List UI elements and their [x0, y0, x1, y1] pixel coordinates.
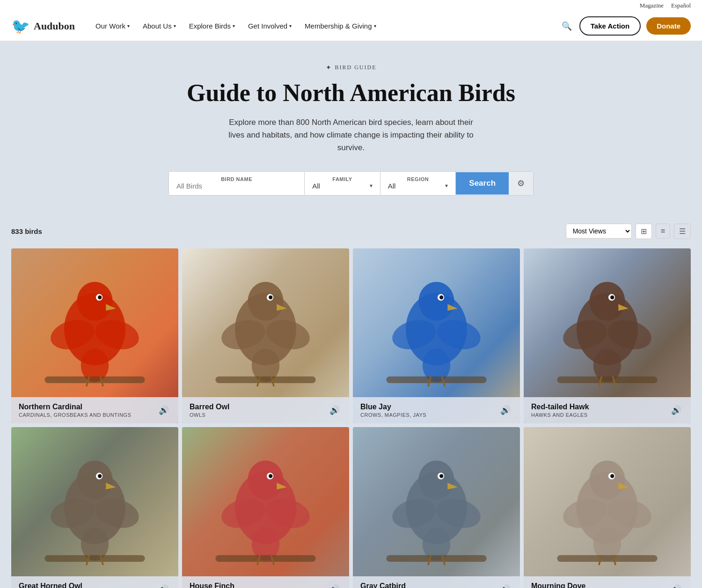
navigation: 🐦 Audubon Our Work ▾ About Us ▾ Explore … [0, 11, 702, 41]
family-chevron-icon: ▾ [370, 182, 373, 189]
logo-text: Audubon [34, 20, 75, 32]
sound-button[interactable]: 🔊 [328, 582, 342, 588]
magazine-link[interactable]: Magazine [640, 2, 664, 9]
bird-card-overlay: Red-tailed Hawk Hawks and Eagles 🔊 [524, 397, 691, 423]
bird-card-info: Gray Catbird Mockingbirds and Thrashers [360, 582, 452, 588]
svg-point-6 [98, 295, 102, 299]
bird-card[interactable]: Barred Owl Owls 🔊 [182, 248, 349, 424]
hero-section: ✦ BIRD GUIDE Guide to North American Bir… [0, 41, 702, 216]
nav-membership-giving[interactable]: Membership & Giving ▾ [299, 18, 381, 34]
bird-name-field-group: Bird Name [169, 172, 305, 195]
search-bar: Bird Name Family All ▾ Region All ▾ Sear… [168, 171, 534, 196]
view-list-button[interactable]: ≡ [656, 224, 670, 239]
top-bar: Magazine Español [0, 0, 702, 11]
nav-our-work[interactable]: Our Work ▾ [90, 18, 135, 34]
bird-card-info: Blue Jay Crows, Magpies, Jays [360, 403, 426, 418]
svg-rect-93 [557, 555, 657, 562]
nav-actions: 🔍 Take Action Donate [560, 16, 691, 36]
chevron-down-icon: ▾ [374, 23, 376, 29]
bird-card[interactable]: Gray Catbird Mockingbirds and Thrashers … [353, 427, 520, 588]
sound-button[interactable]: 🔊 [669, 403, 683, 417]
sound-button[interactable]: 🔊 [498, 403, 512, 417]
svg-rect-81 [386, 555, 486, 562]
sound-button[interactable]: 🔊 [157, 403, 171, 417]
svg-point-18 [269, 295, 272, 299]
bird-card-family: Hawks and Eagles [531, 412, 589, 418]
region-dropdown-row[interactable]: All ▾ [388, 182, 448, 190]
bird-card[interactable]: Northern Cardinal Cardinals, Grosbeaks a… [11, 248, 178, 424]
logo-bird-icon: 🐦 [11, 19, 30, 34]
view-compact-button[interactable]: ☰ [674, 224, 691, 239]
family-dropdown-row[interactable]: All ▾ [312, 182, 373, 190]
bird-card-info: Mourning Dove Pigeons and Doves [531, 582, 590, 588]
svg-rect-57 [44, 555, 145, 562]
svg-point-26 [418, 282, 454, 320]
bird-card-overlay: House Finch Finches 🔊 [182, 576, 349, 588]
hero-subtitle: Explore more than 800 North American bir… [225, 116, 477, 154]
filter-button[interactable]: ⚙ [509, 172, 533, 195]
grid-icon: ⊞ [641, 227, 647, 235]
svg-rect-45 [557, 376, 657, 383]
nav-get-involved[interactable]: Get Involved ▾ [242, 18, 297, 34]
bird-card-overlay: Gray Catbird Mockingbirds and Thrashers … [353, 576, 520, 588]
family-label: Family [312, 176, 373, 182]
svg-point-14 [248, 282, 283, 320]
bird-illustration [182, 427, 349, 588]
nav-explore-birds[interactable]: Explore Birds ▾ [183, 18, 241, 34]
region-value: All [388, 182, 396, 190]
bird-card[interactable]: Red-tailed Hawk Hawks and Eagles 🔊 [524, 248, 691, 424]
family-dropdown-group: Family All ▾ [305, 172, 380, 195]
bird-guide-label: ✦ BIRD GUIDE [11, 64, 691, 72]
sound-button[interactable]: 🔊 [157, 582, 171, 588]
sort-select[interactable]: Most Views A-Z Z-A Recently Added [566, 224, 632, 239]
bird-card-name: Red-tailed Hawk [531, 403, 589, 411]
search-button[interactable]: Search [456, 172, 509, 195]
bird-card[interactable]: Mourning Dove Pigeons and Doves 🔊 [524, 427, 691, 588]
list-icon: ≡ [661, 227, 665, 235]
bird-card-info: Great Horned Owl Owls [19, 582, 82, 588]
svg-point-74 [418, 461, 454, 500]
sound-button[interactable]: 🔊 [498, 582, 512, 588]
bird-card-info: Barred Owl Owls [190, 403, 229, 418]
svg-point-42 [610, 295, 614, 299]
nav-about-us[interactable]: About Us ▾ [137, 18, 182, 34]
take-action-button[interactable]: Take Action [579, 16, 641, 36]
search-icon-button[interactable]: 🔍 [560, 19, 574, 33]
svg-point-78 [439, 474, 443, 478]
donate-button[interactable]: Donate [646, 17, 691, 35]
chevron-down-icon: ▾ [289, 23, 292, 29]
results-count: 833 birds [11, 227, 42, 235]
sound-button[interactable]: 🔊 [328, 403, 342, 417]
region-dropdown-group: Region All ▾ [380, 172, 456, 195]
svg-point-38 [589, 282, 625, 320]
bird-name-input[interactable] [176, 182, 297, 190]
svg-rect-21 [215, 376, 315, 383]
svg-point-62 [248, 461, 283, 500]
bird-card-family: Cardinals, Grosbeaks and Buntings [19, 412, 131, 418]
bird-card-overlay: Blue Jay Crows, Magpies, Jays 🔊 [353, 397, 520, 423]
bird-name-label: Bird Name [176, 176, 297, 182]
view-controls: Most Views A-Z Z-A Recently Added ⊞ ≡ ☰ [566, 224, 691, 239]
svg-rect-9 [44, 376, 145, 383]
svg-point-66 [269, 474, 272, 478]
sound-button[interactable]: 🔊 [669, 582, 683, 588]
bird-card[interactable]: Great Horned Owl Owls 🔊 [11, 427, 178, 588]
bird-illustration [11, 427, 178, 588]
filter-icon: ⚙ [517, 179, 525, 188]
bird-card-info: Red-tailed Hawk Hawks and Eagles [531, 403, 589, 418]
bird-card-info: House Finch Finches [190, 582, 234, 588]
view-grid-button[interactable]: ⊞ [636, 224, 652, 239]
svg-point-90 [610, 474, 614, 478]
bird-card-name: House Finch [190, 582, 234, 588]
chevron-down-icon: ▾ [127, 23, 130, 29]
bird-card[interactable]: Blue Jay Crows, Magpies, Jays 🔊 [353, 248, 520, 424]
svg-point-86 [589, 461, 625, 500]
svg-point-54 [98, 474, 102, 478]
bird-card[interactable]: House Finch Finches 🔊 [182, 427, 349, 588]
logo[interactable]: 🐦 Audubon [11, 19, 75, 34]
bird-card-info: Northern Cardinal Cardinals, Grosbeaks a… [19, 403, 131, 418]
region-label: Region [388, 176, 448, 182]
svg-rect-69 [215, 555, 315, 562]
bird-card-overlay: Mourning Dove Pigeons and Doves 🔊 [524, 576, 691, 588]
espanol-link[interactable]: Español [671, 2, 691, 9]
